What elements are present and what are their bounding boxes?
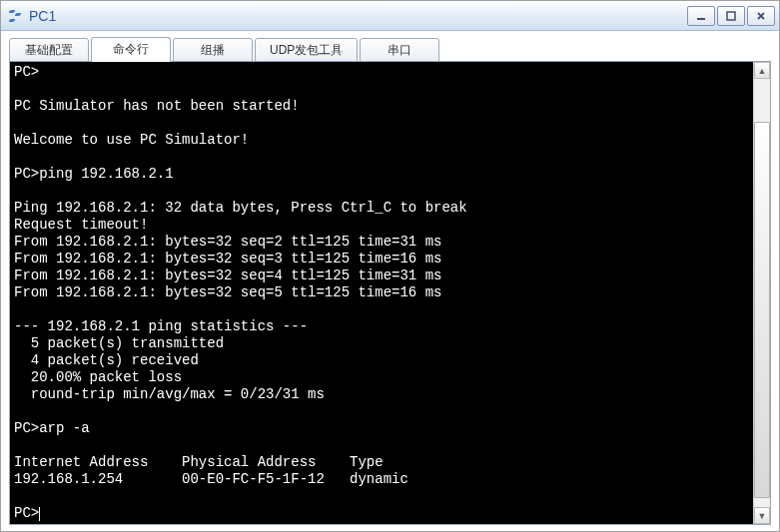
titlebar: PC1 bbox=[1, 1, 779, 31]
svg-rect-1 bbox=[727, 12, 735, 20]
scroll-thumb[interactable] bbox=[754, 122, 770, 499]
terminal[interactable]: PC> PC Simulator has not been started! W… bbox=[10, 62, 753, 524]
minimize-button[interactable] bbox=[687, 6, 715, 26]
close-button[interactable] bbox=[747, 6, 775, 26]
svg-rect-0 bbox=[697, 18, 705, 20]
terminal-container: PC> PC Simulator has not been started! W… bbox=[9, 61, 771, 525]
tab-serial[interactable]: 串口 bbox=[360, 38, 439, 62]
scrollbar[interactable]: ▲ ▼ bbox=[753, 62, 770, 524]
maximize-button[interactable] bbox=[717, 6, 745, 26]
tab-udp-tool[interactable]: UDP发包工具 bbox=[255, 38, 358, 62]
window-controls bbox=[687, 6, 775, 26]
client-area: 基础配置 命令行 组播 UDP发包工具 串口 PC> PC Simulator … bbox=[1, 31, 779, 531]
tab-basic-config[interactable]: 基础配置 bbox=[9, 38, 89, 62]
tab-label: 命令行 bbox=[113, 41, 149, 58]
tab-label: UDP发包工具 bbox=[270, 42, 343, 59]
tab-multicast[interactable]: 组播 bbox=[173, 38, 253, 62]
chevron-up-icon: ▲ bbox=[758, 66, 767, 76]
tab-label: 基础配置 bbox=[25, 42, 73, 59]
app-icon bbox=[7, 8, 23, 24]
chevron-down-icon: ▼ bbox=[758, 511, 767, 521]
scroll-up-button[interactable]: ▲ bbox=[754, 62, 770, 79]
tabstrip: 基础配置 命令行 组播 UDP发包工具 串口 bbox=[9, 37, 771, 62]
window-title: PC1 bbox=[29, 8, 687, 24]
tab-command-line[interactable]: 命令行 bbox=[91, 37, 171, 62]
scroll-track[interactable] bbox=[754, 79, 770, 507]
tab-label: 组播 bbox=[201, 42, 225, 59]
scroll-down-button[interactable]: ▼ bbox=[754, 507, 770, 524]
tab-label: 串口 bbox=[388, 42, 411, 59]
